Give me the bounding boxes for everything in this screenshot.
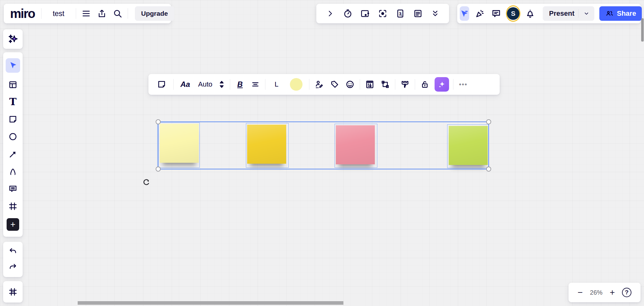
history-panel [3, 242, 23, 277]
divider [453, 79, 453, 90]
divider [230, 79, 230, 90]
font-size-value[interactable]: Auto [197, 80, 214, 88]
more-options-button[interactable]: ••• [458, 79, 469, 90]
notes-icon[interactable] [412, 8, 424, 19]
lock-button[interactable] [419, 79, 430, 90]
reactions-icon[interactable] [474, 8, 486, 19]
vertical-scrollbar[interactable] [641, 18, 644, 42]
resize-handle-bottom-right[interactable] [486, 167, 491, 172]
board-canvas[interactable]: miro test Upgrade 3 [0, 0, 644, 306]
bold-button[interactable]: B [234, 79, 246, 90]
estimation-number: 3 [399, 11, 402, 16]
top-left-toolbar: miro test Upgrade [4, 4, 171, 23]
text-align-button[interactable] [250, 79, 261, 90]
resize-handle-top-right[interactable] [486, 119, 491, 124]
shape-tool-icon[interactable] [7, 131, 19, 142]
frames-list-icon [7, 286, 19, 298]
comments-icon[interactable] [491, 8, 502, 19]
follow-cursor-button[interactable] [460, 6, 469, 21]
frame-tool-icon[interactable] [7, 201, 19, 212]
text-tool-icon[interactable]: T [7, 96, 19, 108]
format-painter-button[interactable] [399, 79, 411, 90]
people-icon [605, 9, 614, 18]
attention-spotlight-icon[interactable] [377, 8, 388, 19]
collaboration-toolbar: 3 [316, 4, 449, 23]
author-button[interactable] [314, 79, 325, 90]
divider [415, 79, 415, 90]
miro-logo[interactable]: miro [10, 7, 37, 20]
more-tools-icon[interactable] [430, 8, 441, 19]
divider [265, 79, 265, 90]
divider [360, 79, 360, 90]
note-size-button[interactable]: L [269, 79, 283, 90]
font-style-button[interactable]: Aa [178, 79, 193, 90]
export-icon[interactable] [96, 8, 108, 19]
ai-assist-panel [3, 29, 23, 49]
timer-icon[interactable] [342, 8, 353, 19]
frames-panel-button[interactable] [3, 281, 23, 303]
selection-bounding-box[interactable] [158, 122, 489, 169]
search-icon[interactable] [112, 8, 123, 19]
undo-icon[interactable] [7, 246, 19, 257]
present-button[interactable]: Present [543, 6, 594, 21]
font-size-stepper[interactable] [218, 79, 226, 90]
emoji-button[interactable] [344, 79, 356, 90]
pen-tool-icon[interactable] [7, 166, 19, 177]
select-tool-button[interactable] [6, 58, 20, 73]
notifications-bell-icon[interactable] [525, 8, 536, 19]
share-label: Share [617, 9, 636, 18]
divider [76, 8, 76, 19]
redo-icon[interactable] [7, 262, 19, 273]
zoom-level[interactable]: 26% [590, 289, 602, 296]
comment-tool-icon[interactable] [7, 183, 19, 195]
connector-tool-icon[interactable] [7, 149, 19, 160]
ai-actions-button[interactable] [435, 77, 449, 92]
ai-sparkle-icon[interactable] [7, 33, 19, 45]
zoom-out-button[interactable]: − [578, 288, 583, 297]
tag-button[interactable] [329, 79, 340, 90]
divider [309, 79, 309, 90]
divider [395, 79, 395, 90]
top-right-toolbar: S Present Share [457, 4, 641, 23]
help-button[interactable]: ? [622, 288, 631, 297]
add-more-tools-button[interactable]: + [7, 218, 19, 231]
creation-toolbar: T + [3, 52, 23, 237]
resize-handle-bottom-left[interactable] [156, 167, 161, 172]
upgrade-button[interactable]: Upgrade [135, 6, 174, 21]
avatar[interactable]: S [507, 6, 519, 21]
sticky-note-tool-icon[interactable] [7, 114, 19, 125]
chevron-down-icon[interactable] [583, 10, 590, 17]
horizontal-scrollbar[interactable] [78, 301, 343, 305]
divider [128, 8, 128, 19]
rotate-handle-icon[interactable] [142, 177, 152, 187]
context-toolbar: Aa Auto B L [148, 74, 500, 95]
estimation-icon[interactable]: 3 [395, 8, 406, 19]
main-menu-icon[interactable] [80, 8, 92, 19]
switch-to-grid-button[interactable] [364, 79, 375, 90]
sticky-type-icon[interactable] [156, 79, 167, 90]
switch-type-button[interactable] [380, 79, 391, 90]
divider [173, 79, 174, 90]
resize-handle-top-left[interactable] [156, 119, 161, 124]
note-color-swatch[interactable] [290, 78, 303, 91]
share-button[interactable]: Share [599, 6, 642, 21]
voting-icon[interactable] [359, 8, 371, 19]
collapse-toolbar-icon[interactable] [325, 8, 336, 19]
board-name[interactable]: test [46, 9, 71, 18]
avatar-initial: S [507, 7, 519, 20]
present-label: Present [549, 9, 579, 18]
templates-tool-icon[interactable] [7, 79, 19, 90]
zoom-in-button[interactable]: + [610, 288, 615, 297]
divider [41, 8, 42, 19]
zoom-controls: − 26% + ? [569, 283, 641, 302]
